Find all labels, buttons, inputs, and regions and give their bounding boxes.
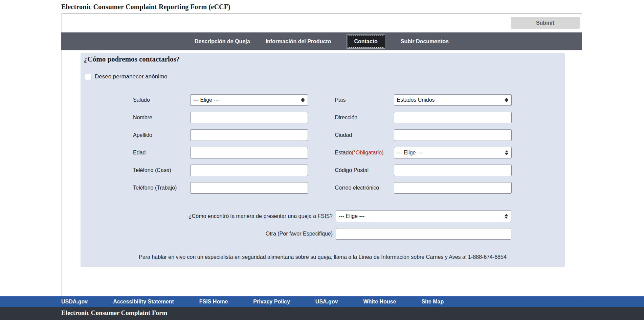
field-nombre: Nombre <box>81 109 323 126</box>
submit-button[interactable]: Submit <box>511 17 580 29</box>
contact-form-panel: ¿Cómo podremos contactarlos? Deseo perma… <box>81 53 565 267</box>
footer-link-site-map[interactable]: Site Map <box>421 299 444 305</box>
apellido-label: Apellido <box>133 132 190 138</box>
telefono-trabajo-label: Teléfono (Trabajo) <box>133 185 190 191</box>
como-encontro-select-value: --- Elige --- <box>339 213 364 219</box>
field-edad: Edad <box>81 144 323 162</box>
footer-brand-bar: Electronic Consumer Complaint Form <box>0 307 644 320</box>
tab-informacion-del-producto[interactable]: Información del Producto <box>266 39 331 45</box>
title-divider <box>61 14 582 14</box>
como-encontro-label: ¿Cómo encontró la manera de presentar un… <box>81 213 333 219</box>
pais-select-value: Estados Unidos <box>397 97 435 103</box>
edad-label: Edad <box>133 150 190 156</box>
direccion-input[interactable] <box>394 112 512 123</box>
como-encontro-select[interactable]: --- Elige --- <box>336 211 511 222</box>
saludo-label: Saludo <box>133 97 190 103</box>
anonymous-checkbox-label: Deseo permanecer anónimo <box>95 73 168 80</box>
footer-link-usa-gov[interactable]: USA.gov <box>315 299 338 305</box>
nombre-input[interactable] <box>190 112 308 123</box>
saludo-select[interactable]: --- Elige --- <box>190 94 308 106</box>
anonymous-row: Deseo permanecer anónimo <box>85 73 168 80</box>
direccion-label: Dirección <box>335 115 394 121</box>
field-apellido: Apellido <box>81 126 323 144</box>
saludo-select-value: --- Elige --- <box>193 97 219 103</box>
footer-link-usda-gov[interactable]: USDA.gov <box>61 299 88 305</box>
field-saludo: Saludo --- Elige --- <box>81 91 323 109</box>
footer-link-bar: USDA.gov Accessibility Statement FSIS Ho… <box>0 296 644 307</box>
field-estado: Estado(*Obligatario) --- Elige --- <box>323 144 565 162</box>
estado-required-note: (*Obligatario) <box>352 150 383 155</box>
footer-links-row: USDA.gov Accessibility Statement FSIS Ho… <box>0 296 644 307</box>
hotline-note: Para hablar en vivo con un especialista … <box>81 254 565 260</box>
telefono-trabajo-input[interactable] <box>190 182 308 194</box>
form-section-navbar: Descripción de Queja Información del Pro… <box>61 32 582 50</box>
footer-link-accessibility-statement[interactable]: Accessibility Statement <box>113 299 174 305</box>
field-como-encontro: ¿Cómo encontró la manera de presentar un… <box>81 207 565 225</box>
updown-arrow-icon <box>505 98 508 102</box>
codigo-postal-label: Código Postal <box>335 167 394 173</box>
otra-input[interactable] <box>336 228 511 240</box>
telefono-casa-label: Teléfono (Casa) <box>133 167 190 173</box>
pais-label: País <box>335 97 394 103</box>
field-codigo-postal: Código Postal <box>323 162 565 179</box>
estado-select-value: --- Elige --- <box>397 150 423 156</box>
updown-arrow-icon <box>505 214 508 219</box>
ciudad-input[interactable] <box>394 129 512 141</box>
estado-select[interactable]: --- Elige --- <box>394 147 512 158</box>
otra-label: Otra (Por favor Especifique) <box>81 231 333 237</box>
codigo-postal-input[interactable] <box>394 165 512 176</box>
telefono-casa-input[interactable] <box>190 165 308 176</box>
field-telefono-trabajo: Teléfono (Trabajo) <box>81 179 323 197</box>
tab-contacto[interactable]: Contacto <box>347 34 385 49</box>
bottom-fields: ¿Cómo encontró la manera de presentar un… <box>81 207 565 243</box>
anonymous-checkbox[interactable] <box>85 74 91 80</box>
pais-select[interactable]: Estados Unidos <box>394 94 512 106</box>
updown-arrow-icon <box>301 98 305 102</box>
field-telefono-casa: Teléfono (Casa) <box>81 162 323 179</box>
footer-link-white-house[interactable]: White House <box>363 299 396 305</box>
footer-brand-title: Electronic Consumer Complaint Form <box>0 307 644 317</box>
field-direccion: Dirección <box>323 109 565 126</box>
footer-link-fsis-home[interactable]: FSIS Home <box>199 299 228 305</box>
field-pais: País Estados Unidos <box>323 91 565 109</box>
ciudad-label: Ciudad <box>335 132 394 138</box>
page-title: Electronic Consumer Complaint Reporting … <box>61 3 230 11</box>
correo-input[interactable] <box>394 182 512 194</box>
tab-subir-documentos[interactable]: Subir Documentos <box>401 39 449 45</box>
updown-arrow-icon <box>505 150 508 155</box>
footer-link-privacy-policy[interactable]: Privacy Policy <box>253 299 290 305</box>
field-ciudad: Ciudad <box>323 126 565 144</box>
correo-label: Correo electrónico <box>335 185 394 191</box>
field-otra: Otra (Por favor Especifique) <box>81 225 565 243</box>
apellido-input[interactable] <box>190 129 308 141</box>
tab-descripcion-de-queja[interactable]: Descripción de Queja <box>195 39 250 45</box>
edad-input[interactable] <box>190 147 308 158</box>
nombre-label: Nombre <box>133 115 190 121</box>
contact-fields-grid: Saludo --- Elige --- País Estados Unidos… <box>81 91 565 197</box>
contact-section-heading: ¿Cómo podremos contactarlos? <box>84 55 180 64</box>
field-correo: Correo electrónico <box>323 179 565 197</box>
estado-label: Estado(*Obligatario) <box>335 150 394 156</box>
